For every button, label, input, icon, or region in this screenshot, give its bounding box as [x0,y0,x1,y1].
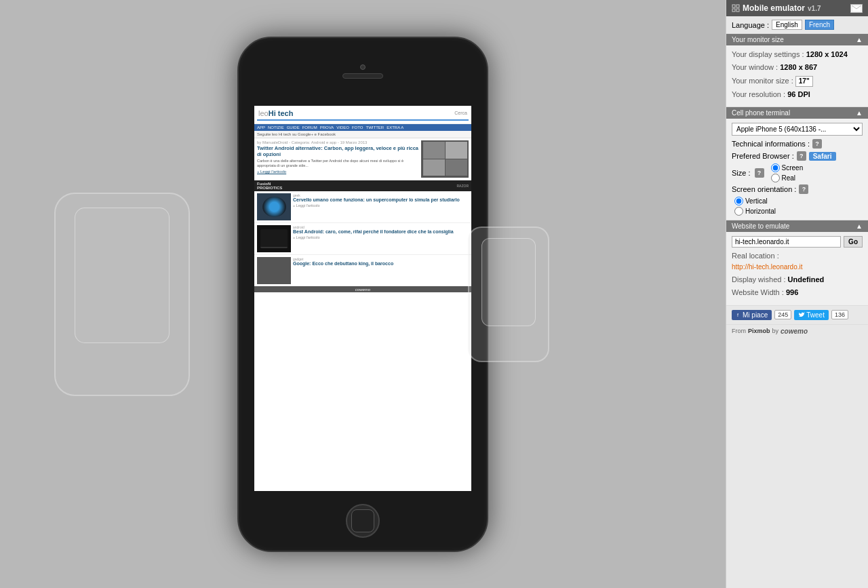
window-value: 868 x 588 [780,63,817,71]
url-row: Go [732,236,863,248]
email-envelope-icon [852,5,861,12]
phone-speaker [342,73,383,79]
technical-info-label: Technical informations : [732,140,810,148]
display-settings-row: Your display settings : 1280 x 1024 [732,50,863,60]
device-dropdown[interactable]: Apple iPhone 5 (640x1136 -... [732,123,863,136]
website-width-value: 996 [786,288,798,296]
facebook-button[interactable]: f Mi piace [732,310,772,320]
technical-info-row: Technical informations : ? [732,139,863,149]
website-section-content: Go Real location : http://hi-tech.leonar… [726,232,868,306]
monitor-section-content: Your display settings : 1280 x 1024 Your… [726,45,868,107]
facebook-count: 245 [774,310,791,319]
twitter-icon [798,312,805,317]
tweet-count: 136 [831,310,848,319]
social-row: f Mi piace 245 Tweet 136 [726,306,868,324]
size-real-radio[interactable] [771,174,780,182]
cowemo-label: cowemo [781,328,808,335]
size-screen-radio[interactable] [771,163,780,172]
home-button[interactable] [346,504,380,538]
orientation-label-row: Screen orientation : ? [732,184,863,194]
website-section-header[interactable]: Website to emulate ▲ [726,220,868,232]
size-row: Size : ? Screen Real [732,163,863,182]
display-settings-label: Your display settings : [732,50,804,58]
monitor-section-title: Your monitor size [732,36,784,43]
version-label: v1.7 [808,5,821,12]
orientation-row: Screen orientation : ? Vertical Horizont… [732,184,863,216]
orientation-vertical-option[interactable]: Vertical [734,197,863,205]
cellphone-section-content: Apple iPhone 5 (640x1136 -... Technical … [726,119,868,220]
website-content: leoHi tech Cerca APPNOTIZIEGUIDEFORUMPRO… [254,106,471,491]
orientation-horizontal-label: Horizontal [745,208,776,215]
main-area: leoHi tech Cerca APPNOTIZIEGUIDEFORUMPRO… [0,0,726,588]
real-location-row: Real location : http://hi-tech.leonardo.… [732,251,863,272]
language-row: Language : English French [726,16,868,34]
website-section-title: Website to emulate [732,222,789,230]
from-label: From [732,328,746,334]
size-screen-label: Screen [782,164,804,172]
pixmob-link[interactable]: Pixmob [748,328,770,334]
size-real-label: Real [782,174,796,182]
orientation-options: Vertical Horizontal [734,197,863,216]
phone-screen: leoHi tech Cerca APPNOTIZIEGUIDEFORUMPRO… [254,106,471,491]
monitor-size-label: Your monitor size : [732,77,793,85]
prefered-browser-btn[interactable]: ? [797,151,806,161]
camera-dot [360,64,366,70]
size-label: Size : [732,169,751,177]
tweet-label: Tweet [806,311,825,319]
svg-rect-1 [736,5,739,7]
french-button[interactable]: French [805,20,834,30]
facebook-label: Mi piace [743,311,768,319]
real-location-label: Real location : [732,252,779,260]
resolution-value: 96 DPI [787,90,810,98]
svg-rect-0 [732,5,735,7]
phone-mockup: leoHi tech Cerca APPNOTIZIEGUIDEFORUMPRO… [237,37,488,552]
home-button-inner [351,509,374,532]
go-button[interactable]: Go [844,236,863,248]
english-button[interactable]: English [772,20,802,30]
phone-bottom [239,491,487,551]
language-label: Language : [732,21,769,29]
size-real-option[interactable]: Real [771,174,804,182]
cellphone-section-title: Cell phone terminal [732,109,790,117]
prefered-browser-row: Prefered Browser : ? Safari [732,151,863,161]
window-label: Your window : [732,63,778,71]
orientation-horizontal-radio[interactable] [734,207,743,216]
real-location-link[interactable]: http://hi-tech.leonardo.it [732,263,803,271]
site-header: leoHi tech Cerca [254,106,471,124]
email-icon[interactable] [850,4,863,13]
orientation-vertical-radio[interactable] [734,197,743,205]
url-input[interactable] [732,236,841,248]
prefered-browser-label: Prefered Browser : [732,152,794,160]
phone-top [239,38,487,106]
ghost-phone-right [468,227,549,362]
svg-text:f: f [737,313,738,317]
monitor-collapse-icon: ▲ [856,36,863,43]
display-wished-label: Display wished : [732,275,785,283]
size-btn[interactable]: ? [755,168,764,178]
orientation-vertical-label: Vertical [745,197,768,205]
sidebar: Mobile emulator v1.7 Language : English … [726,0,868,588]
article-content: Carbon è una delle alternative a Twitter… [257,159,419,168]
footer-row: From Pixmob by cowemo [726,324,868,338]
safari-badge: Safari [809,152,836,161]
cellphone-section-header[interactable]: Cell phone terminal ▲ [726,107,868,119]
technical-info-btn[interactable]: ? [812,139,822,149]
resolution-label: Your resolution : [732,90,785,98]
resolution-row: Your resolution : 96 DPI [732,90,863,100]
window-row: Your window : 868 x 588 [732,62,863,73]
size-screen-option[interactable]: Screen [771,163,804,172]
website-width-row: Website Width : 996 [732,288,863,298]
monitor-size-row: Your monitor size : 17" [732,76,863,87]
monitor-section-header[interactable]: Your monitor size ▲ [726,34,868,45]
sidebar-title: Mobile emulator [743,3,805,13]
display-settings-value: 1280 x 1024 [806,50,848,58]
size-radio-group: Screen Real [771,163,804,182]
orientation-btn[interactable]: ? [799,184,808,194]
orientation-horizontal-option[interactable]: Horizontal [734,207,863,216]
svg-rect-2 [732,9,735,12]
cellphone-collapse-icon: ▲ [856,109,863,117]
ghost-phone-left [54,193,190,396]
article-title: Twitter Android alternative: Carbon, app… [257,145,419,157]
tweet-button[interactable]: Tweet [794,310,829,320]
sidebar-header: Mobile emulator v1.7 [726,0,868,16]
